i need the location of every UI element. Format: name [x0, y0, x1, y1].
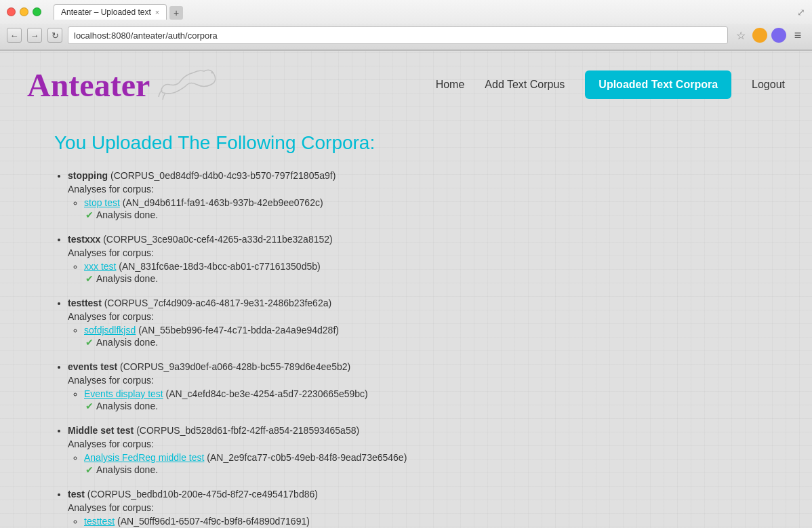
analysis-list: stop test (AN_d94b611f-fa91-463b-937b-42… [68, 197, 771, 220]
corpus-list-item: test (CORPUS_bedbd10b-200e-475d-8f27-ce4… [68, 489, 771, 527]
nav-add-corpus-link[interactable]: Add Text Corpus [485, 79, 565, 91]
analysis-id: (AN_55beb996-fe47-4c71-bdda-2a4a9e94d28f… [136, 325, 339, 336]
corpus-name: test [68, 489, 85, 500]
corpus-list-item: events test (CORPUS_9a39d0ef-a066-428b-b… [68, 361, 771, 411]
browser-chrome: Anteater – Uploaded text × + ⤢ ← → ↻ ☆ ≡ [0, 0, 812, 51]
tab-close-button[interactable]: × [155, 8, 159, 16]
corpus-id: (CORPUS_9a39d0ef-a066-428b-bc55-789d6e4e… [117, 361, 350, 372]
maximize-window-button[interactable] [33, 7, 41, 16]
brand: Anteater [27, 64, 218, 105]
profile-icon-orange[interactable] [752, 28, 767, 43]
address-input[interactable] [68, 26, 728, 44]
corpus-list-item: Middle set test (CORPUS_bd528d61-fbf2-42… [68, 425, 771, 475]
analyses-label: Analyses for corpus: [68, 247, 771, 258]
close-window-button[interactable] [7, 7, 16, 16]
analysis-done-text: Analysis done. [96, 464, 158, 475]
nav-links: Home Add Text Corpus Uploaded Text Corpo… [436, 70, 785, 99]
analysis-id: (AN_831fc6ae-18d3-4bcc-ab01-c77161350d5b… [116, 261, 320, 272]
analysis-done: ✔Analysis done. [85, 401, 771, 411]
analysis-list: testtest (AN_50ff96d1-6507-4f9c-b9f8-6f4… [68, 516, 771, 527]
checkmark-icon: ✔ [85, 273, 94, 284]
analyses-label: Analyses for corpus: [68, 375, 771, 386]
analysis-link[interactable]: xxx test [84, 261, 116, 272]
corpus-list-item: stopping (CORPUS_0ed84df9-d4b0-4c93-b570… [68, 170, 771, 220]
analysis-item: stop test (AN_d94b611f-fa91-463b-937b-42… [84, 197, 771, 220]
analysis-done: ✔Analysis done. [85, 337, 771, 348]
brand-name: Anteater [27, 66, 150, 104]
title-bar: Anteater – Uploaded text × + ⤢ [0, 0, 812, 24]
analysis-item: xxx test (AN_831fc6ae-18d3-4bcc-ab01-c77… [84, 261, 771, 284]
window-controls [7, 7, 41, 16]
corpus-name: stopping [68, 170, 108, 181]
page-background: Anteater Home Add Text Corpus Uploaded T… [0, 51, 812, 528]
analyses-label: Analyses for corpus: [68, 184, 771, 195]
analysis-done: ✔Analysis done. [85, 273, 771, 284]
analysis-link[interactable]: sofdjsdlfkjsd [84, 325, 136, 336]
analysis-id: (AN_50ff96d1-6507-4f9c-b9f8-6f4890d71691… [115, 516, 310, 527]
analysis-link[interactable]: Events display test [84, 388, 163, 399]
analysis-done-text: Analysis done. [96, 337, 158, 348]
bookmark-icon[interactable]: ☆ [733, 28, 748, 43]
page-title: You Uploaded The Following Corpora: [54, 132, 771, 154]
analyses-label: Analyses for corpus: [68, 311, 771, 322]
brand-logo [157, 64, 218, 105]
analyses-label: Analyses for corpus: [68, 439, 771, 449]
checkmark-icon: ✔ [85, 464, 94, 475]
analysis-id: (AN_2e9fca77-c0b5-49eb-84f8-9ead73e6546e… [204, 452, 407, 463]
main-content: You Uploaded The Following Corpora: stop… [0, 119, 812, 528]
browser-tab[interactable]: Anteater – Uploaded text × [54, 4, 167, 20]
expand-icon: ⤢ [797, 7, 805, 18]
refresh-button[interactable]: ↻ [47, 28, 62, 43]
analysis-list: Events display test (AN_c4efd84c-be3e-42… [68, 388, 771, 411]
corpus-name: events test [68, 361, 117, 372]
analysis-link[interactable]: testtest [84, 516, 115, 527]
toolbar-icons: ☆ ≡ [733, 28, 805, 43]
checkmark-icon: ✔ [85, 209, 94, 220]
analysis-done: ✔Analysis done. [85, 209, 771, 220]
analysis-done-text: Analysis done. [96, 209, 158, 220]
corpus-id: (CORPUS_7cf4d909-ac46-4817-9e31-2486b23f… [102, 298, 331, 308]
address-bar-row: ← → ↻ ☆ ≡ [0, 24, 812, 50]
corpus-name: testxxx [68, 234, 100, 245]
analysis-list: sofdjsdlfkjsd (AN_55beb996-fe47-4c71-bdd… [68, 325, 771, 348]
corpus-id: (CORPUS_0ed84df9-d4b0-4c93-b570-797f2180… [108, 170, 336, 181]
analysis-list: Analysis FedReg middle test (AN_2e9fca77… [68, 452, 771, 475]
back-button[interactable]: ← [7, 28, 22, 43]
checkmark-icon: ✔ [85, 401, 94, 411]
new-tab-button[interactable]: + [169, 6, 183, 20]
corpus-list: stopping (CORPUS_0ed84df9-d4b0-4c93-b570… [54, 170, 771, 527]
nav-home-link[interactable]: Home [436, 79, 465, 91]
checkmark-icon: ✔ [85, 337, 94, 348]
nav-uploaded-button[interactable]: Uploaded Text Corpora [585, 70, 731, 99]
minimize-window-button[interactable] [20, 7, 28, 16]
analysis-done: ✔Analysis done. [85, 464, 771, 475]
nav-logout-link[interactable]: Logout [752, 79, 785, 91]
corpus-name: testtest [68, 298, 102, 308]
corpus-name: Middle set test [68, 425, 134, 436]
site-nav: Anteater Home Add Text Corpus Uploaded T… [0, 51, 812, 119]
analysis-link[interactable]: Analysis FedReg middle test [84, 452, 204, 463]
corpus-id: (CORPUS_bedbd10b-200e-475d-8f27-ce495417… [85, 489, 318, 500]
tab-title: Anteater – Uploaded text [61, 7, 151, 17]
forward-button[interactable]: → [27, 28, 42, 43]
tab-bar: Anteater – Uploaded text × + [54, 4, 183, 20]
analyses-label: Analyses for corpus: [68, 502, 771, 513]
analysis-id: (AN_c4efd84c-be3e-4254-a5d7-2230665e59bc… [163, 388, 368, 399]
corpus-id: (CORPUS_bd528d61-fbf2-42ff-a854-21859346… [134, 425, 359, 436]
analysis-item: testtest (AN_50ff96d1-6507-4f9c-b9f8-6f4… [84, 516, 771, 527]
corpus-id: (CORPUS_3ce90a0c-cef4-4265-a33d-211be32a… [100, 234, 332, 245]
corpus-list-item: testtest (CORPUS_7cf4d909-ac46-4817-9e31… [68, 298, 771, 348]
analysis-id: (AN_d94b611f-fa91-463b-937b-42eb9ee0762c… [120, 197, 323, 208]
analysis-link[interactable]: stop test [84, 197, 120, 208]
analysis-done-text: Analysis done. [96, 273, 158, 284]
analysis-item: Analysis FedReg middle test (AN_2e9fca77… [84, 452, 771, 475]
profile-icon-purple[interactable] [771, 28, 786, 43]
analysis-item: sofdjsdlfkjsd (AN_55beb996-fe47-4c71-bdd… [84, 325, 771, 348]
analysis-item: Events display test (AN_c4efd84c-be3e-42… [84, 388, 771, 411]
menu-icon[interactable]: ≡ [790, 28, 805, 43]
corpus-list-item: testxxx (CORPUS_3ce90a0c-cef4-4265-a33d-… [68, 234, 771, 284]
analysis-list: xxx test (AN_831fc6ae-18d3-4bcc-ab01-c77… [68, 261, 771, 284]
svg-point-0 [211, 72, 214, 74]
analysis-done-text: Analysis done. [96, 401, 158, 411]
